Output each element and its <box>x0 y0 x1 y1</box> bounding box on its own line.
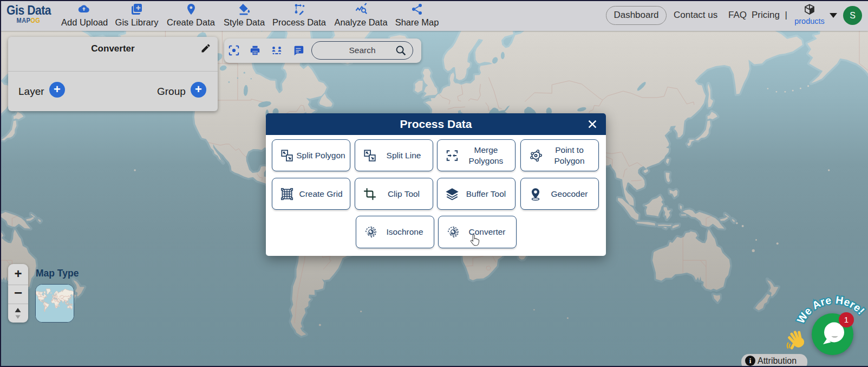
svg-text:We Are Here!: We Are Here! <box>794 294 867 325</box>
